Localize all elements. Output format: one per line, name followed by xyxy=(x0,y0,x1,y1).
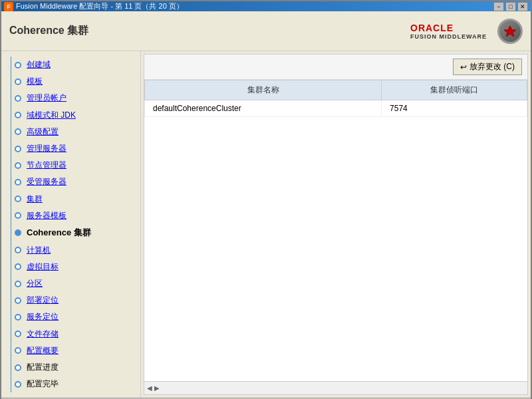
nav-dot xyxy=(15,179,21,186)
sidebar-item-config-progress: 配置进度 xyxy=(11,359,140,376)
sidebar: 创建域 模板 管理员帐户 域模式和 JDK xyxy=(1,51,141,398)
col-cluster-port-header: 集群侦听端口 xyxy=(382,80,527,100)
close-button[interactable]: ✕ xyxy=(517,2,528,11)
oracle-logo-text: ORACLE FUSION MIDDLEWARE xyxy=(410,23,487,40)
nav-dot xyxy=(15,347,21,354)
nav-dot xyxy=(15,196,21,202)
sidebar-item-machines[interactable]: 计算机 xyxy=(11,242,140,259)
sidebar-link-template[interactable]: 模板 xyxy=(27,75,43,88)
sidebar-link-create-domain[interactable]: 创建域 xyxy=(27,59,51,71)
oracle-subtitle: FUSION MIDDLEWARE xyxy=(410,33,487,40)
sidebar-label-coherence-cluster: Coherence 集群 xyxy=(27,226,91,240)
nav-dot xyxy=(15,146,21,152)
sidebar-link-partitions[interactable]: 分区 xyxy=(27,277,43,290)
nav-dot xyxy=(15,247,21,253)
scroll-arrows: ◀ ▶ xyxy=(147,384,160,392)
sidebar-item-admin-server[interactable]: 管理服务器 xyxy=(11,140,140,157)
nav-dot xyxy=(15,162,21,169)
main-window: F Fusion Middleware 配置向导 - 第 11 页（共 20 页… xyxy=(0,0,532,399)
sidebar-link-server-templates[interactable]: 服务器模板 xyxy=(27,209,66,222)
toolbar: ↩ 放弃更改 (C) xyxy=(144,55,527,80)
content-area: Coherence 集群 ORACLE FUSION MIDDLEWARE xyxy=(1,11,531,399)
sidebar-item-admin-account[interactable]: 管理员帐户 xyxy=(11,90,140,106)
sidebar-item-create-domain[interactable]: 创建域 xyxy=(11,57,140,73)
sidebar-item-server-templates[interactable]: 服务器模板 xyxy=(11,207,140,224)
sidebar-item-coherence-cluster[interactable]: Coherence 集群 xyxy=(11,224,140,242)
sidebar-item-config-complete: 配置完毕 xyxy=(11,376,140,392)
table-bottom-hint: ◀ ▶ xyxy=(144,381,527,394)
sidebar-item-domain-jdk[interactable]: 域模式和 JDK xyxy=(11,107,140,124)
sidebar-link-service-targeting[interactable]: 服务定位 xyxy=(27,311,59,323)
sidebar-link-config-overview[interactable]: 配置概要 xyxy=(27,344,59,357)
sidebar-link-domain-jdk[interactable]: 域模式和 JDK xyxy=(27,109,76,122)
sidebar-item-service-targeting[interactable]: 服务定位 xyxy=(11,309,140,325)
nav-dot xyxy=(15,281,21,287)
sidebar-vertical-line xyxy=(11,57,11,392)
cluster-table: 集群名称 集群侦听端口 defaultCoherenceCluster7574 xyxy=(144,80,527,117)
title-bar: F Fusion Middleware 配置向导 - 第 11 页（共 20 页… xyxy=(1,1,531,11)
sidebar-link-admin-account[interactable]: 管理员帐户 xyxy=(27,92,66,104)
nav-dot xyxy=(15,95,21,102)
sidebar-item-template[interactable]: 模板 xyxy=(11,73,140,90)
sidebar-item-partitions[interactable]: 分区 xyxy=(11,275,140,292)
oracle-badge-icon xyxy=(497,19,523,44)
nav-dot xyxy=(15,331,21,337)
sidebar-item-virtual-targets[interactable]: 虚拟目标 xyxy=(11,259,140,275)
main-body: 创建域 模板 管理员帐户 域模式和 JDK xyxy=(1,51,531,398)
cluster-name-cell: defaultCoherenceCluster xyxy=(145,100,382,117)
nav-dot-active xyxy=(15,229,21,236)
discard-button[interactable]: ↩ 放弃更改 (C) xyxy=(453,59,522,75)
sidebar-link-file-storage[interactable]: 文件存储 xyxy=(27,328,59,340)
sidebar-item-config-overview[interactable]: 配置概要 xyxy=(11,342,140,359)
title-bar-text: F Fusion Middleware 配置向导 - 第 11 页（共 20 页… xyxy=(4,1,184,11)
discard-icon: ↩ xyxy=(460,63,467,72)
nav-dot xyxy=(15,78,21,85)
sidebar-item-advanced-config[interactable]: 高级配置 xyxy=(11,124,140,140)
nav-dot xyxy=(15,112,21,118)
nav-dot xyxy=(15,62,21,68)
table-container: 集群名称 集群侦听端口 defaultCoherenceCluster7574 xyxy=(144,80,527,381)
sidebar-item-file-storage[interactable]: 文件存储 xyxy=(11,326,140,342)
page-title: Coherence 集群 xyxy=(9,24,88,38)
sidebar-link-admin-server[interactable]: 管理服务器 xyxy=(27,142,66,155)
maximize-button[interactable]: □ xyxy=(505,2,516,11)
cluster-port-cell: 7574 xyxy=(382,100,527,117)
minimize-button[interactable]: − xyxy=(493,2,504,11)
sidebar-label-config-complete: 配置完毕 xyxy=(27,378,59,390)
sidebar-link-advanced-config[interactable]: 高级配置 xyxy=(27,126,59,138)
sidebar-label-config-progress: 配置进度 xyxy=(27,361,59,374)
page-header: Coherence 集群 ORACLE FUSION MIDDLEWARE xyxy=(1,11,531,51)
nav-dot xyxy=(15,381,21,388)
nav-dot xyxy=(15,364,21,371)
svg-marker-0 xyxy=(504,26,516,37)
sidebar-item-cluster[interactable]: 集群 xyxy=(11,191,140,207)
nav-dot xyxy=(15,212,21,219)
sidebar-item-managed-servers[interactable]: 受管服务器 xyxy=(11,174,140,190)
col-cluster-name-header: 集群名称 xyxy=(145,80,382,100)
title-bar-controls: − □ ✕ xyxy=(493,2,528,11)
oracle-branding: ORACLE FUSION MIDDLEWARE xyxy=(410,19,523,44)
sidebar-item-node-manager[interactable]: 节点管理器 xyxy=(11,157,140,174)
sidebar-link-node-manager[interactable]: 节点管理器 xyxy=(27,159,66,172)
table-row[interactable]: defaultCoherenceCluster7574 xyxy=(145,100,527,117)
sidebar-link-virtual-targets[interactable]: 虚拟目标 xyxy=(27,261,59,273)
app-icon: F xyxy=(4,2,13,11)
sidebar-link-machines[interactable]: 计算机 xyxy=(27,244,51,257)
nav-dot xyxy=(15,314,21,321)
sidebar-item-deployment-targeting[interactable]: 部署定位 xyxy=(11,292,140,309)
nav-dot xyxy=(15,297,21,304)
oracle-name: ORACLE xyxy=(410,23,487,33)
sidebar-link-cluster[interactable]: 集群 xyxy=(27,193,43,205)
nav-dot xyxy=(15,263,21,270)
discard-label: 放弃更改 (C) xyxy=(469,61,515,72)
sidebar-link-managed-servers[interactable]: 受管服务器 xyxy=(27,176,66,188)
window-title: Fusion Middleware 配置向导 - 第 11 页（共 20 页） xyxy=(16,1,184,11)
right-panel: ↩ 放弃更改 (C) 集群名称 集群侦听端口 defaultCoher xyxy=(144,54,528,395)
nav-dot xyxy=(15,128,21,135)
sidebar-link-deployment-targeting[interactable]: 部署定位 xyxy=(27,294,59,307)
